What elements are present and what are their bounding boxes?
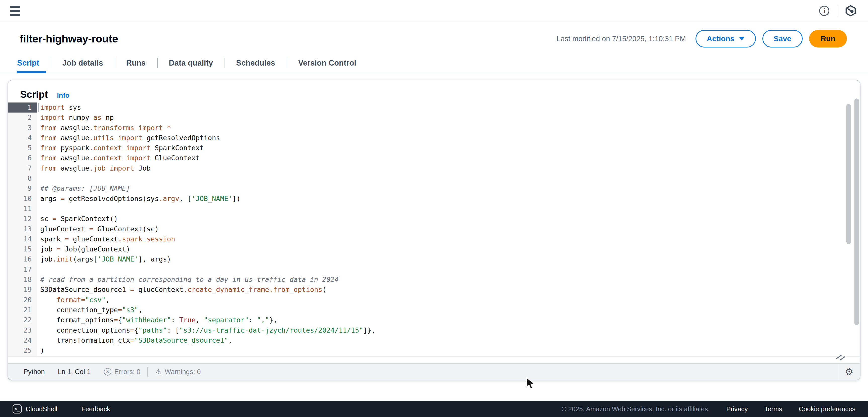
- gutter-line-number[interactable]: 11: [8, 204, 37, 214]
- code-line[interactable]: connection_type="s3",: [37, 305, 845, 315]
- gutter-line-number[interactable]: 7: [8, 163, 37, 173]
- gutter-line-number[interactable]: 4: [8, 133, 37, 143]
- gutter-line-number[interactable]: 13: [8, 224, 37, 234]
- code-line[interactable]: [37, 265, 845, 275]
- gutter-line-number[interactable]: 6: [8, 153, 37, 163]
- gutter-line-number[interactable]: 1: [8, 103, 37, 112]
- gutter-line-number[interactable]: 21: [8, 305, 37, 315]
- gutter-line-number[interactable]: 16: [8, 254, 37, 264]
- code-token: from: [40, 124, 57, 132]
- run-button[interactable]: Run: [809, 30, 847, 47]
- code-line[interactable]: from awsglue.transforms import *: [37, 123, 845, 133]
- gutter-line-number[interactable]: 23: [8, 325, 37, 335]
- cloudshell-button[interactable]: >_ CloudShell: [12, 405, 57, 414]
- gutter-line-number[interactable]: 20: [8, 295, 37, 305]
- text-cursor-caret: [38, 103, 39, 112]
- editor-vertical-scrollbar[interactable]: [846, 104, 851, 244]
- feedback-link[interactable]: Feedback: [82, 405, 110, 413]
- code-token: glueContext: [69, 235, 118, 243]
- code-token: =: [65, 235, 69, 243]
- cloudshell-terminal-icon: >_: [12, 405, 22, 414]
- code-token: :: [171, 316, 179, 324]
- actions-dropdown-button[interactable]: Actions: [695, 30, 756, 47]
- code-token: .init: [53, 255, 73, 263]
- privacy-link[interactable]: Privacy: [726, 405, 748, 413]
- warning-triangle-icon: ⚠: [155, 368, 162, 376]
- code-token: (: [322, 286, 327, 293]
- cookie-preferences-link[interactable]: Cookie preferences: [799, 405, 856, 413]
- gutter-line-number[interactable]: 17: [8, 265, 37, 275]
- code-editor[interactable]: 1234567891011121314151617181920212223242…: [8, 103, 860, 357]
- editor-settings-cell[interactable]: ⚙: [838, 364, 860, 380]
- gutter-line-number[interactable]: 5: [8, 143, 37, 153]
- code-line[interactable]: from pyspark.context import SparkContext: [37, 143, 845, 153]
- gutter-line-number[interactable]: 9: [8, 183, 37, 194]
- gutter-line-number[interactable]: 8: [8, 173, 37, 183]
- info-icon[interactable]: i: [819, 6, 829, 16]
- code-token: # read from a partition corresponding to…: [40, 276, 339, 283]
- topbar-divider: [837, 5, 837, 17]
- code-line[interactable]: [37, 204, 845, 214]
- code-line[interactable]: ## @params: [JOB_NAME]: [37, 183, 845, 194]
- hamburger-menu-icon[interactable]: [10, 6, 20, 16]
- code-line[interactable]: glueContext = GlueContext(sc): [37, 224, 845, 234]
- tab-runs[interactable]: Runs: [115, 53, 157, 73]
- info-link[interactable]: Info: [57, 92, 69, 100]
- tab-schedules[interactable]: Schedules: [224, 53, 287, 73]
- code-line[interactable]: [37, 355, 845, 357]
- code-token: "S3DataSource_dsource1": [134, 336, 228, 344]
- tab-version-control[interactable]: Version Control: [287, 53, 368, 73]
- tab-data-quality[interactable]: Data quality: [157, 53, 224, 73]
- script-panel: Script Info 1234567891011121314151617181…: [7, 80, 861, 380]
- code-token: ]},: [363, 326, 375, 334]
- code-line[interactable]: # read from a partition corresponding to…: [37, 275, 845, 285]
- code-line[interactable]: job = Job(glueContext): [37, 244, 845, 254]
- gutter-line-number[interactable]: 18: [8, 275, 37, 285]
- terms-link[interactable]: Terms: [765, 405, 782, 413]
- code-token: import: [40, 113, 65, 121]
- code-token: getResolvedOptions(sys: [65, 195, 159, 203]
- gutter-line-number[interactable]: 3: [8, 123, 37, 133]
- code-line[interactable]: job.init(args['JOB_NAME'], args): [37, 254, 845, 264]
- code-token: (args[: [73, 255, 98, 263]
- gutter-line-number[interactable]: 10: [8, 194, 37, 204]
- code-line[interactable]: format_options={"withHeader": True, "sep…: [37, 315, 845, 325]
- topbar-right-icons: i: [819, 5, 857, 17]
- code-line[interactable]: from awsglue.context import GlueContext: [37, 153, 845, 163]
- gutter-line-number[interactable]: 14: [8, 234, 37, 244]
- code-line[interactable]: ): [37, 345, 845, 355]
- page-vertical-scrollbar[interactable]: [855, 99, 859, 325]
- code-line[interactable]: [37, 173, 845, 183]
- code-line[interactable]: import sys: [37, 103, 845, 112]
- code-token: =: [130, 336, 134, 344]
- gutter-line-number[interactable]: 12: [8, 214, 37, 224]
- gutter-line-number[interactable]: 24: [8, 335, 37, 345]
- code-line[interactable]: sc = SparkContext(): [37, 214, 845, 224]
- gutter-line-number[interactable]: 19: [8, 285, 37, 295]
- code-line[interactable]: args = getResolvedOptions(sys.argv, ['JO…: [37, 194, 845, 204]
- editor-resize-handle[interactable]: [836, 354, 846, 361]
- tab-job-details[interactable]: Job details: [51, 53, 115, 73]
- save-button[interactable]: Save: [763, 30, 803, 47]
- gutter-line-number[interactable]: 2: [8, 112, 37, 123]
- hamburger-bar: [10, 6, 20, 8]
- code-line[interactable]: spark = glueContext.spark_session: [37, 234, 845, 244]
- code-line[interactable]: from awsglue.utils import getResolvedOpt…: [37, 133, 845, 143]
- code-line[interactable]: S3DataSource_dsource1 = glueContext.crea…: [37, 285, 845, 295]
- gutter-line-number[interactable]: 25: [8, 345, 37, 355]
- code-token: [163, 124, 167, 132]
- code-line[interactable]: transformation_ctx="S3DataSource_dsource…: [37, 335, 845, 345]
- code-line[interactable]: from awsglue.job import Job: [37, 163, 845, 173]
- gutter-line-number[interactable]: 26: [8, 355, 37, 357]
- code-token: "s3://us-traffic-dat-jzych/routes/2024/1…: [179, 326, 363, 334]
- code-line[interactable]: format="csv",: [37, 295, 845, 305]
- code-line[interactable]: import numpy as np: [37, 112, 845, 123]
- gutter-line-number[interactable]: 15: [8, 244, 37, 254]
- code-line[interactable]: connection_options={"paths": ["s3://us-t…: [37, 325, 845, 335]
- gutter-line-number[interactable]: 22: [8, 315, 37, 325]
- tab-script[interactable]: Script: [17, 53, 51, 73]
- code-token: =: [53, 215, 57, 222]
- aws-glue-service-icon[interactable]: [845, 5, 857, 16]
- code-token: , [: [179, 195, 192, 203]
- code-token: getResolvedOptions: [142, 134, 220, 142]
